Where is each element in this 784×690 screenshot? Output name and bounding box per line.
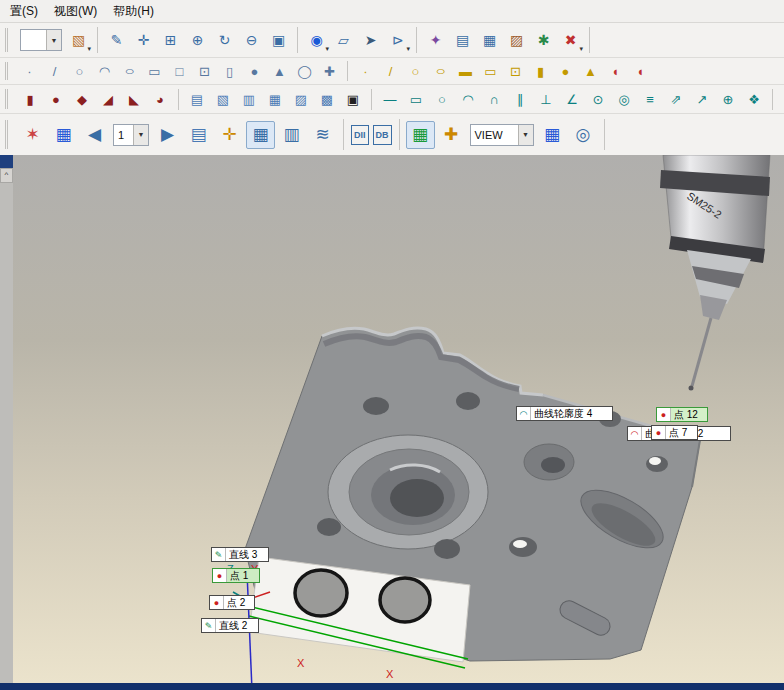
menu-help[interactable]: 帮助(H) (105, 1, 162, 22)
part-model[interactable]: Z Y X X (227, 328, 700, 683)
flatness-icon[interactable]: ▭ (404, 88, 428, 110)
construct-doc-2-icon[interactable]: ▧ (211, 88, 235, 110)
scroll-up-button[interactable]: ^ (0, 168, 13, 183)
dmis-in-icon[interactable]: DII (351, 125, 369, 145)
probe-model[interactable]: SM25-2 (660, 155, 770, 391)
probe-position-icon[interactable]: ✛ (215, 121, 244, 149)
measured-ellipse-icon[interactable]: ○ (114, 62, 145, 80)
chevron-down-icon[interactable]: ▾ (325, 45, 329, 52)
central-bore[interactable] (328, 435, 488, 549)
edit-icon[interactable]: ✎ (104, 28, 129, 52)
select-filter-icon[interactable]: ▱ (331, 28, 356, 52)
concentricity-icon[interactable]: ⊙ (586, 88, 610, 110)
annotation-point-7[interactable]: ●点 7 (651, 425, 698, 440)
rotate-3d-icon[interactable]: ↻ (212, 28, 237, 52)
probe-utility-icon[interactable]: ✖▾ (558, 28, 583, 52)
construct-doc-6-icon[interactable]: ▩ (315, 88, 339, 110)
probe-search-icon[interactable]: ◎ (569, 121, 598, 149)
annotation-point-12[interactable]: ●点 12 (656, 407, 708, 422)
render-mode-icon[interactable]: ◉▾ (304, 28, 329, 52)
measured-cross-icon[interactable]: ✚ (318, 61, 341, 82)
nav-forward-icon[interactable]: ▶ (153, 121, 182, 149)
feature-number-combo[interactable]: 1▼ (113, 124, 149, 146)
annotation-line-2[interactable]: ✎直线 2 (201, 618, 259, 633)
hole[interactable] (363, 397, 389, 415)
cube-view-icon[interactable]: ▣ (266, 28, 291, 52)
measured-line-icon[interactable]: / (43, 61, 66, 82)
auto-slot-icon[interactable]: ▬ (454, 61, 477, 82)
surface-profile-icon[interactable]: ∩ (482, 88, 506, 110)
plane-circle[interactable] (380, 578, 430, 622)
open-probe-file-icon[interactable]: ▧▾ (66, 28, 91, 52)
chevron-down-icon[interactable]: ▾ (406, 45, 410, 52)
auto-point-icon[interactable]: ∙ (354, 61, 377, 82)
total-runout-icon[interactable]: ↗ (690, 88, 714, 110)
solid-sector-icon[interactable]: ◢ (96, 88, 120, 110)
snapshot-icon[interactable]: ▨ (504, 28, 529, 52)
measured-sphere-icon[interactable]: ● (243, 61, 266, 82)
wave-analysis-icon[interactable]: ≋ (308, 121, 337, 149)
perpendicularity-icon[interactable]: ⊥ (534, 88, 558, 110)
construct-doc-4-icon[interactable]: ▦ (263, 88, 287, 110)
solid-wedge-icon[interactable]: ◣ (122, 88, 146, 110)
toolbar-drag-handle[interactable] (5, 120, 13, 149)
solid-cone-icon[interactable]: ◆ (70, 88, 94, 110)
nav-back-icon[interactable]: ◀ (80, 121, 109, 149)
auto-square-icon[interactable]: ⊡ (504, 61, 527, 82)
box-select-icon[interactable]: ⊳▾ (385, 28, 410, 52)
measured-circle-icon[interactable]: ○ (68, 61, 91, 82)
measured-cylinder-icon[interactable]: ▯ (218, 61, 241, 82)
grid-window-icon[interactable]: ▤ (450, 28, 475, 52)
grid-report-icon[interactable]: ▦ (406, 121, 435, 149)
zoom-out-icon[interactable]: ⊖ (239, 28, 264, 52)
chevron-down-icon[interactable]: ▾ (87, 45, 91, 52)
circularity-icon[interactable]: ○ (430, 88, 454, 110)
save-view-icon[interactable]: ▦ (538, 121, 567, 149)
parallelism-icon[interactable]: ∥ (508, 88, 532, 110)
save-program-icon[interactable]: ▦ (49, 121, 78, 149)
chevron-down-icon[interactable]: ▼ (518, 125, 533, 145)
solid-sphere-icon[interactable]: ● (44, 88, 68, 110)
auto-edge-icon[interactable]: ◖ (629, 61, 652, 82)
dmis-out-icon[interactable]: DB (373, 125, 392, 145)
plane-circle[interactable] (295, 570, 347, 616)
solid-quadrant-icon[interactable]: ◕ (148, 88, 172, 110)
toolbar-drag-handle[interactable] (5, 28, 13, 52)
toolbar-drag-handle[interactable] (5, 62, 13, 80)
chevron-down-icon[interactable]: ▼ (46, 30, 61, 50)
report-screen-icon[interactable]: ▦ (477, 28, 502, 52)
construct-doc-3-icon[interactable]: ▥ (237, 88, 261, 110)
auto-line-icon[interactable]: / (379, 61, 402, 82)
auto-rectangle-icon[interactable]: ▭ (479, 61, 502, 82)
report-preview-icon[interactable]: ▥ (277, 121, 306, 149)
hole[interactable] (317, 518, 341, 536)
annotation-line-3[interactable]: ✎直线 3 (211, 547, 269, 562)
auto-cone-icon[interactable]: ▲ (579, 61, 602, 82)
auto-ellipse-icon[interactable]: ○ (425, 62, 456, 80)
auto-surface-icon[interactable]: ◖ (604, 61, 627, 82)
toolbar-drag-handle[interactable] (5, 89, 13, 109)
dark-screen-icon[interactable]: ▣ (341, 88, 365, 110)
circular-runout-icon[interactable]: ⇗ (664, 88, 688, 110)
graphic-window-icon[interactable]: ▦ (246, 121, 275, 149)
zoom-in-icon[interactable]: ⊕ (185, 28, 210, 52)
position-icon[interactable]: ◎ (612, 88, 636, 110)
measured-arc-icon[interactable]: ◠ (93, 61, 116, 82)
move-view-icon[interactable]: ✛ (131, 28, 156, 52)
tools-icon[interactable]: ✱ (531, 28, 556, 52)
measured-rectangle-icon[interactable]: □ (168, 61, 191, 82)
chevron-down-icon[interactable]: ▼ (133, 125, 148, 145)
line-profile-icon[interactable]: ◠ (456, 88, 480, 110)
auto-sphere-icon[interactable]: ● (554, 61, 577, 82)
measured-square-icon[interactable]: ⊡ (193, 61, 216, 82)
new-doc-icon[interactable]: ▤ (184, 121, 213, 149)
construct-doc-1-icon[interactable]: ▤ (185, 88, 209, 110)
true-position-icon[interactable]: ⊕ (716, 88, 740, 110)
annotation-point-2[interactable]: ●点 2 (209, 595, 255, 610)
construct-doc-5-icon[interactable]: ▨ (289, 88, 313, 110)
probe-qualify-icon[interactable]: ✶ (18, 121, 47, 149)
auto-cylinder-icon[interactable]: ▮ (529, 61, 552, 82)
measured-torus-icon[interactable]: ◯ (293, 61, 316, 82)
counterbore-hole[interactable] (524, 444, 574, 480)
hole[interactable] (434, 539, 460, 559)
